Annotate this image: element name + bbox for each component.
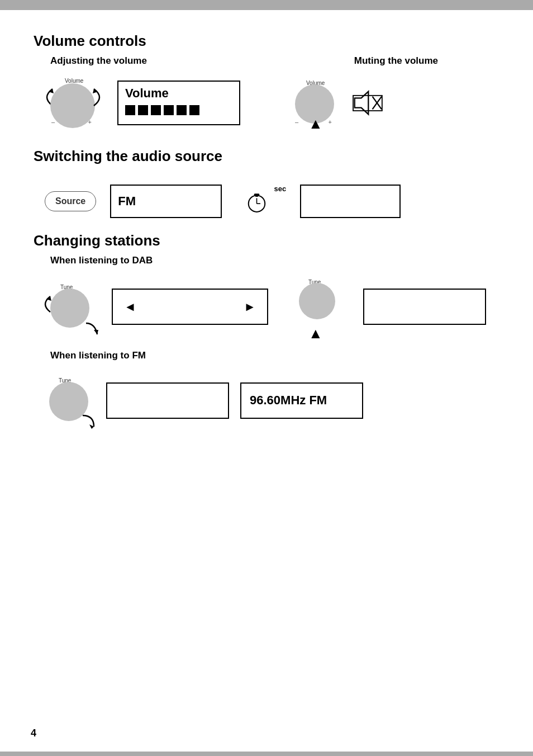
source-button[interactable]: Source xyxy=(45,191,96,211)
fm-freq-display: 96.60MHz FM xyxy=(240,382,363,419)
mute-minus: – xyxy=(295,119,298,125)
tune-fm-arrow xyxy=(80,413,97,430)
muting-group: Volume ▲ – + xyxy=(291,78,383,128)
tune-knob-fm: Tune xyxy=(45,375,95,426)
volume-bar-1 xyxy=(125,105,135,115)
volume-bar-3 xyxy=(151,105,161,115)
dab-right-arrow: ► xyxy=(244,300,256,314)
audio-source-section: Switching the audio source Source FM xyxy=(34,148,499,218)
fm-subtitle: When listening to FM xyxy=(50,350,499,361)
fm-freq-text: 96.60MHz FM xyxy=(250,393,327,408)
volume-controls-title: Volume controls xyxy=(34,32,499,50)
changing-stations-section: Changing stations When listening to DAB … xyxy=(34,232,499,426)
source-display: FM xyxy=(110,185,222,218)
tune-push-up-arrow: ▲ xyxy=(308,325,323,342)
volume-plus-minus: – + xyxy=(49,119,94,125)
volume-bars xyxy=(125,105,232,115)
volume-controls-section: Volume controls Adjusting the volume Mut… xyxy=(34,32,499,131)
changing-stations-title: Changing stations xyxy=(34,232,499,249)
plus-label: + xyxy=(88,119,92,125)
tune-knob-dab: Tune xyxy=(45,282,95,332)
sec-label: sec xyxy=(274,185,287,193)
timer-group: sec xyxy=(244,189,269,214)
tune-push-circle-dab xyxy=(299,283,335,319)
volume-bar-2 xyxy=(138,105,148,115)
svg-rect-8 xyxy=(254,193,260,195)
volume-bar-5 xyxy=(177,105,187,115)
dab-left-arrow: ◄ xyxy=(124,300,136,314)
timer-icon xyxy=(244,189,269,214)
page-number: 4 xyxy=(31,727,36,739)
fm-row: Tune 96.60MHz FM xyxy=(45,375,499,426)
tune-push-dab: Tune ▲ xyxy=(296,280,341,333)
source-display-text: FM xyxy=(118,194,136,209)
muting-label: Muting the volume xyxy=(354,55,438,67)
volume-bar-4 xyxy=(164,105,174,115)
sec-display xyxy=(300,185,401,218)
bottom-bar xyxy=(0,752,533,756)
mute-plus: + xyxy=(329,119,332,125)
top-bar xyxy=(0,0,533,10)
right-curve-arrow xyxy=(89,86,106,108)
dab-second-display xyxy=(363,289,486,325)
mute-plus-minus: – + xyxy=(294,119,333,125)
fm-empty-display xyxy=(106,382,229,419)
adjusting-label: Adjusting the volume xyxy=(50,55,147,67)
volume-display: Volume xyxy=(117,81,240,125)
dab-row: Tune ◄ ► Tune xyxy=(45,280,499,333)
tune-right-down-arrow xyxy=(84,321,101,338)
source-row: Source FM sec xyxy=(45,185,499,218)
minus-label: – xyxy=(51,119,55,125)
dab-display: ◄ ► xyxy=(112,289,268,325)
mute-knob: Volume ▲ – + xyxy=(291,78,341,128)
dab-subtitle: When listening to DAB xyxy=(50,255,499,266)
audio-source-title: Switching the audio source xyxy=(34,148,499,165)
mute-speaker-icon xyxy=(352,89,383,117)
volume-bar-6 xyxy=(189,105,199,115)
volume-knob: Volume – + xyxy=(45,75,101,131)
volume-display-text: Volume xyxy=(125,86,232,101)
